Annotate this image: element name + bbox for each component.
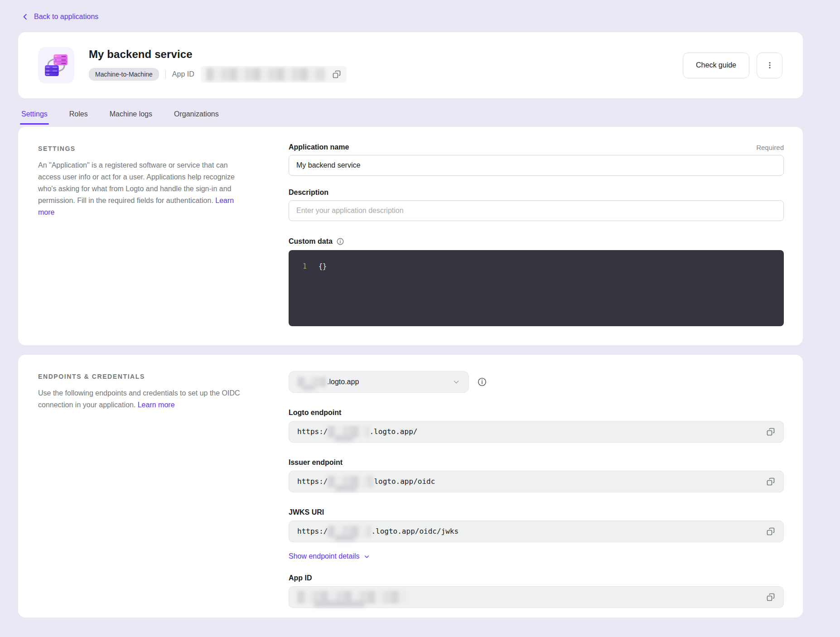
code-line-number: 1 (289, 261, 307, 271)
domain-select-value: .logto.app (327, 378, 359, 386)
endpoints-learn-more-link[interactable]: Learn more (138, 401, 175, 409)
tab-bar: Settings Roles Machine logs Organization… (21, 110, 803, 125)
logto-endpoint-field: https:/.logto.app/ (289, 421, 784, 443)
machine-to-machine-app-icon (38, 47, 74, 83)
jwks-uri-label: JWKS URI (289, 508, 784, 516)
info-icon[interactable] (336, 237, 344, 246)
app-id-field (289, 586, 784, 608)
logto-endpoint-suffix: .logto.app/ (369, 427, 417, 436)
issuer-endpoint-redacted (328, 476, 374, 487)
issuer-endpoint-field: https:/logto.app/oidc (289, 471, 784, 492)
app-id-redacted-value (206, 68, 325, 81)
code-line: 1 {} (289, 261, 784, 271)
issuer-endpoint-suffix: logto.app/oidc (374, 477, 435, 486)
chevron-down-icon (363, 553, 370, 560)
domain-redacted-prefix (297, 377, 326, 387)
show-endpoint-details-link[interactable]: Show endpoint details (289, 552, 370, 560)
description-label: Description (289, 188, 328, 197)
copy-icon[interactable] (765, 476, 776, 487)
copy-icon[interactable] (765, 592, 776, 603)
tab-machine-logs[interactable]: Machine logs (110, 110, 152, 125)
kebab-menu-icon (765, 61, 774, 70)
tab-roles[interactable]: Roles (69, 110, 88, 125)
logto-endpoint-label: Logto endpoint (289, 409, 784, 417)
app-type-badge: Machine-to-Machine (89, 68, 159, 81)
custom-data-label-text: Custom data (289, 237, 333, 246)
tab-settings[interactable]: Settings (21, 110, 48, 125)
settings-section-title: SETTINGS (38, 145, 240, 152)
endpoints-form-column: .logto.app Logto endpoint https:/ (289, 371, 784, 608)
endpoints-section-description: Use the following endpoints and credenti… (38, 387, 240, 411)
app-header-info: My backend service Machine-to-Machine Ap… (89, 48, 683, 82)
required-hint: Required (756, 144, 784, 151)
meta-divider (165, 70, 166, 79)
jwks-uri-suffix: .logto.app/oidc/jwks (371, 527, 459, 536)
app-id-chip (201, 66, 347, 82)
copy-icon[interactable] (765, 526, 776, 537)
settings-description-text: An "Application" is a registered softwar… (38, 161, 235, 204)
header-actions: Check guide (683, 53, 782, 78)
app-meta-row: Machine-to-Machine App ID (89, 66, 683, 82)
back-to-applications-link[interactable]: Back to applications (21, 13, 98, 21)
check-guide-button[interactable]: Check guide (683, 53, 749, 78)
app-id-label: App ID (172, 70, 194, 78)
issuer-endpoint-prefix: https:/ (297, 477, 328, 486)
endpoints-description-column: ENDPOINTS & CREDENTIALS Use the followin… (38, 371, 240, 608)
domain-select[interactable]: .logto.app (289, 371, 469, 393)
application-name-label: Application name (289, 143, 349, 151)
settings-card: SETTINGS An "Application" is a registere… (18, 127, 803, 345)
show-endpoint-details-label: Show endpoint details (289, 552, 360, 560)
issuer-endpoint-label: Issuer endpoint (289, 458, 784, 467)
endpoints-credentials-card: ENDPOINTS & CREDENTIALS Use the followin… (18, 355, 803, 618)
kebab-menu-button[interactable] (757, 53, 782, 78)
copy-icon[interactable] (331, 69, 342, 80)
settings-description-column: SETTINGS An "Application" is a registere… (38, 143, 240, 326)
logto-endpoint-prefix: https:/ (297, 427, 328, 436)
copy-icon[interactable] (765, 426, 776, 437)
jwks-uri-prefix: https:/ (297, 527, 328, 536)
jwks-uri-redacted (328, 526, 371, 537)
back-link-label: Back to applications (34, 13, 98, 21)
application-name-input[interactable] (289, 155, 784, 176)
endpoints-section-title: ENDPOINTS & CREDENTIALS (38, 373, 240, 380)
chevron-left-icon (21, 13, 29, 21)
custom-data-editor[interactable]: 1 {} (289, 250, 784, 326)
jwks-uri-field: https:/.logto.app/oidc/jwks (289, 521, 784, 542)
app-id-field-redacted (297, 591, 406, 603)
app-id-field-label: App ID (289, 574, 784, 582)
info-icon[interactable] (477, 377, 487, 387)
description-input[interactable] (289, 200, 784, 221)
logto-endpoint-redacted (328, 426, 369, 438)
app-header-card: My backend service Machine-to-Machine Ap… (18, 32, 803, 98)
settings-form-column: Application name Required Description Cu… (289, 143, 784, 326)
code-content: {} (307, 261, 327, 271)
tab-organizations[interactable]: Organizations (174, 110, 219, 125)
page: Back to applications (18, 0, 803, 618)
chevron-down-icon (452, 378, 460, 386)
page-title: My backend service (89, 48, 683, 61)
settings-section-description: An "Application" is a registered softwar… (38, 159, 240, 218)
custom-data-label: Custom data (289, 237, 344, 246)
